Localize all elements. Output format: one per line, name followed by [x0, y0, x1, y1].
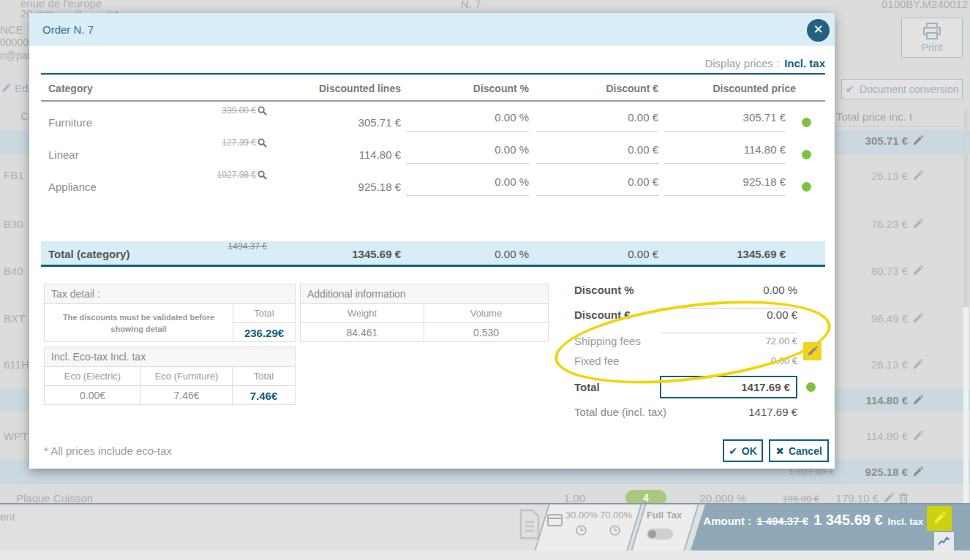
total-due-label: Total due (incl. tax)	[574, 406, 666, 418]
edit-price-icon[interactable]	[912, 313, 923, 324]
discount-eur-input[interactable]: 0.00 €	[536, 111, 658, 132]
status-dot	[802, 118, 811, 127]
edit-fees-button[interactable]	[803, 342, 822, 360]
pencil-icon	[933, 512, 946, 525]
cancel-button-label: Cancel	[789, 445, 822, 457]
summary-discount-eur-input[interactable]: 0.00 €	[660, 309, 797, 333]
product-code: BXT	[4, 312, 25, 325]
discounted-lines-value: 114.80 €	[291, 148, 401, 161]
eco-tax-footnote: * All prices include eco-tax	[44, 444, 172, 457]
table-row-price: 26.13 €	[827, 170, 923, 182]
status-dot	[802, 150, 811, 159]
print-button[interactable]: Print	[901, 18, 963, 58]
price-column-header: Total price inc. t	[836, 110, 912, 123]
edit-price-icon[interactable]	[912, 466, 923, 477]
magnifier-icon[interactable]	[257, 106, 267, 116]
discounted-lines-value: 925.18 €	[291, 181, 401, 193]
check-icon: ✔	[846, 83, 855, 96]
summary-discount-pct-label: Discount %	[574, 284, 634, 296]
shipping-fees-label: Shipping fees	[574, 335, 641, 347]
volume-value: 0.530	[424, 323, 548, 342]
additional-info-title: Additional information	[301, 284, 548, 304]
table-row-price: 114.80 €	[827, 430, 923, 442]
summary-total-value[interactable]: 1417.69 €	[660, 381, 790, 393]
customer-country-fragment: NCE	[0, 23, 23, 36]
magnifier-icon[interactable]	[257, 138, 267, 148]
discount-pct-input[interactable]: 0.00 %	[406, 175, 529, 196]
payment-card-icon	[547, 514, 563, 526]
product-code: B40	[4, 265, 23, 277]
discounted-price-value: 114.80 €	[664, 143, 786, 164]
magnifier-icon[interactable]	[257, 170, 267, 180]
document-reference: 0100BY.M240012	[881, 0, 968, 10]
payment-split-pct1: 30.00%	[565, 510, 598, 521]
original-lines-price: 339.00 €	[157, 105, 267, 116]
order-discount-modal: Order N. 7 ✕ Display prices : Incl. tax …	[29, 13, 835, 469]
clock-icon	[609, 525, 620, 536]
ok-button[interactable]: ✔ OK	[723, 439, 763, 462]
summary-discount-eur-label: Discount €	[574, 309, 631, 321]
edit-price-icon[interactable]	[912, 359, 923, 370]
category-name: Furniture	[48, 116, 92, 129]
original-lines-price: 1027.98 €	[157, 170, 267, 180]
discount-pct-input[interactable]: 0.00 %	[406, 143, 529, 164]
total-discount-pct: 0.00 %	[406, 248, 529, 260]
full-tax-label: Full Tax	[647, 510, 682, 521]
modal-title: Order N. 7	[42, 13, 94, 46]
table-row-price: 80.73 €	[827, 265, 923, 277]
amount-summary: Amount : 1 494.37 € 1 345.69 € Incl. tax	[702, 512, 923, 529]
trash-icon[interactable]	[898, 493, 909, 504]
chart-button[interactable]	[934, 532, 954, 550]
document-conversion-label: Document conversion	[860, 83, 958, 95]
product-code: WPT	[4, 430, 28, 442]
check-icon: ✔	[729, 445, 737, 457]
pencil-icon	[1, 83, 11, 93]
edit-price-icon[interactable]	[912, 219, 923, 230]
eco-total-header: Total	[233, 367, 295, 385]
product-code: B30	[4, 218, 23, 230]
display-prices-value[interactable]: Incl. tax	[784, 57, 825, 69]
chart-icon	[938, 536, 950, 547]
volume-header: Volume	[424, 304, 548, 322]
edit-price-icon[interactable]	[912, 170, 923, 181]
edit-amount-button[interactable]	[927, 506, 952, 531]
edit-button-label: Edi	[15, 82, 31, 94]
comment-fragment: ent	[0, 510, 15, 523]
original-lines-price: 127.39 €	[157, 137, 267, 148]
scrollbar-thumb[interactable]	[963, 307, 969, 503]
table-row-price: 925.18 €	[827, 466, 923, 478]
full-tax-toggle[interactable]	[647, 529, 673, 540]
document-conversion-button[interactable]: ✔ Document conversion	[841, 79, 963, 99]
pencil-icon	[807, 346, 818, 357]
amount-tax-suffix: Incl. tax	[888, 516, 923, 527]
edit-price-icon[interactable]	[912, 395, 923, 406]
edit-button[interactable]: Edi	[1, 82, 31, 94]
weight-header: Weight	[301, 304, 424, 322]
col-header-discounted-price: Discounted price	[650, 83, 796, 94]
amount-original: 1 494.37 €	[756, 515, 808, 527]
table-row-price: 26.13 €	[827, 358, 923, 371]
tax-detail-panel: Tax detail : The discounts must be valid…	[44, 284, 296, 342]
edit-price-icon[interactable]	[912, 135, 923, 146]
cancel-button[interactable]: ✖ Cancel	[769, 439, 829, 462]
table-header-border	[41, 100, 825, 102]
tax-total-header: Total	[233, 304, 295, 323]
scrollbar-track[interactable]	[963, 110, 969, 503]
total-due-value: 1417.69 €	[660, 406, 797, 418]
eco-furniture-value: 7.46€	[141, 386, 233, 406]
discount-eur-input[interactable]: 0.00 €	[536, 143, 658, 164]
discount-pct-input[interactable]: 0.00 %	[406, 111, 529, 132]
edit-price-icon[interactable]	[883, 493, 894, 504]
eco-total-value: 7.46€	[233, 386, 295, 406]
total-discounted-lines: 1345.69 €	[291, 248, 401, 260]
close-icon[interactable]: ✕	[807, 19, 830, 42]
edit-price-icon[interactable]	[912, 265, 923, 276]
table-row-price: 76.23 €	[827, 218, 923, 230]
eco-electric-value: 0.00€	[45, 386, 141, 406]
customer-email-fragment: n@pat	[0, 50, 30, 61]
summary-discount-pct-input[interactable]: 0.00 %	[660, 284, 797, 309]
edit-price-icon[interactable]	[912, 431, 923, 442]
col-header-discount-pct: Discount %	[383, 83, 529, 94]
amount-label: Amount :	[703, 515, 751, 527]
discount-eur-input[interactable]: 0.00 €	[536, 175, 658, 196]
